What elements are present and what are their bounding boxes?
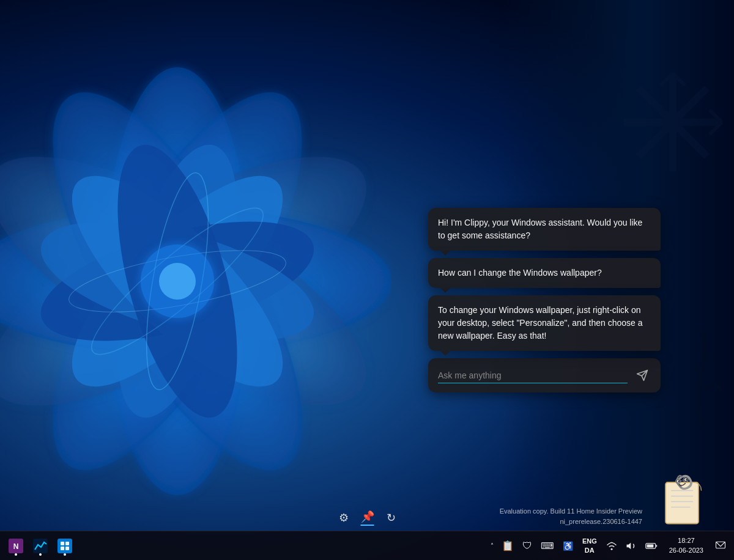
svg-line-38 [681,480,684,481]
chat-input-area [428,358,661,392]
watermark-line3: ni_prerelease.230616-1447 [500,517,642,527]
svg-point-34 [678,481,680,482]
desktop: Hi! I'm Clippy, your Windows assistant. … [0,0,734,560]
language-secondary: DA [585,546,595,554]
evaluation-watermark: Evaluation copy. Build 11 Home Insider P… [500,506,642,526]
taskbar-widget-refresh[interactable]: ↻ [387,511,396,525]
chat-message-1: Hi! I'm Clippy, your Windows assistant. … [428,208,661,251]
chat-message-3-text: To change your Windows wallpaper, just r… [438,305,642,341]
battery-tray-icon[interactable] [642,539,661,553]
keyboard-tray-icon[interactable]: ⌨ [538,538,557,554]
chat-message-2-text: How can I change the Windows wallpaper? [438,268,602,278]
svg-rect-43 [61,542,64,545]
svg-point-16 [159,263,196,300]
chat-message-1-text: Hi! I'm Clippy, your Windows assistant. … [438,218,642,240]
volume-tray-icon[interactable] [623,538,640,554]
taskbar-widget-pin[interactable]: 📌 [361,510,374,526]
taskbar: N [0,531,734,560]
show-hidden-icons-button[interactable]: ˄ [488,540,496,551]
send-button[interactable] [634,367,651,384]
accessibility-tray-icon[interactable]: ♿ [560,539,576,553]
clock-time: 18:27 [678,536,695,545]
chat-input[interactable] [438,368,628,383]
security-tray-icon[interactable]: 🛡 [519,538,535,554]
clippy-character[interactable] [654,471,710,526]
language-indicator[interactable]: ENG DA [579,536,601,556]
clipboard-tray-icon[interactable]: 📋 [499,537,517,554]
blue-app-icon [57,539,72,553]
svg-rect-44 [65,542,69,545]
taskbar-app-visual-studio[interactable]: N [5,535,27,557]
taskbar-app-blue[interactable] [54,535,76,557]
watermark-line1: Evaluation copy. Build 11 Home Insider P… [500,506,642,517]
svg-rect-45 [61,547,64,550]
chat-message-2: How can I change the Windows wallpaper? [428,258,661,288]
svg-rect-51 [656,545,657,547]
performance-icon [33,539,48,553]
system-clock[interactable]: 18:27 26-06-2023 [663,534,710,558]
send-icon [636,369,648,381]
system-tray: ˄ 📋 🛡 ⌨ ♿ ENG DA [488,531,734,560]
svg-rect-46 [65,547,69,550]
chat-panel: Hi! I'm Clippy, your Windows assistant. … [428,208,661,392]
svg-rect-50 [647,544,653,547]
wifi-tray-icon[interactable] [603,538,620,554]
visual-studio-icon: N [9,539,23,553]
svg-marker-48 [626,542,631,549]
notifications-tray-icon[interactable] [712,538,729,554]
chat-message-3: To change your Windows wallpaper, just r… [428,295,661,351]
svg-text:N: N [13,542,19,551]
taskbar-app-performance[interactable] [29,535,51,557]
wallpaper-bloom [0,0,391,526]
svg-rect-42 [57,539,72,553]
language-primary: ENG [582,537,597,545]
svg-point-35 [686,479,688,481]
clock-date: 26-06-2023 [669,546,703,555]
taskbar-widget-settings[interactable]: ⚙ [339,511,349,525]
svg-point-47 [610,548,612,550]
